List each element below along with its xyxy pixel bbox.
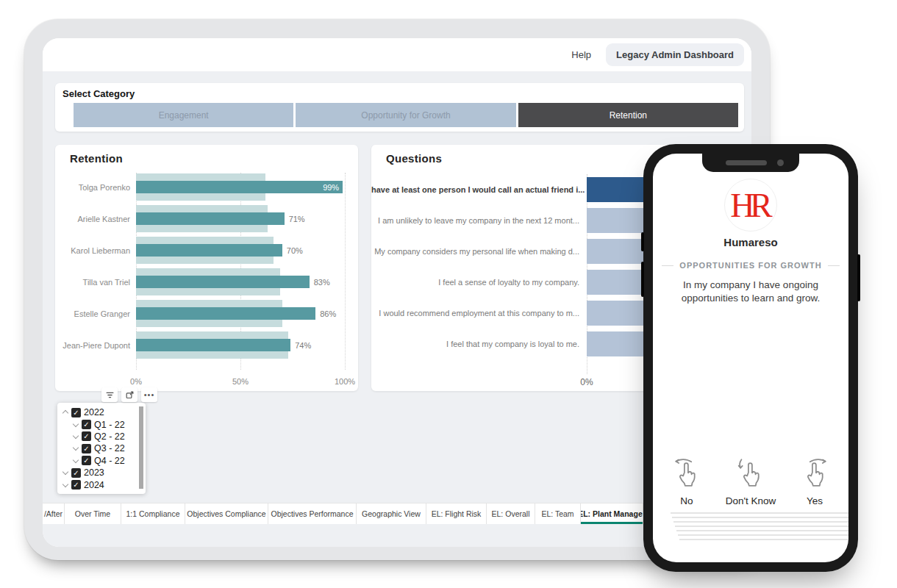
- tab-1-1-compliance[interactable]: 1:1 Compliance: [121, 503, 185, 524]
- survey-section-header: OPPORTUNITIES FOR GROWTH: [662, 261, 840, 270]
- phone-power-button: [857, 254, 860, 301]
- bar-primary[interactable]: [136, 276, 310, 288]
- tab-geographic-view[interactable]: Geographic View: [357, 503, 426, 524]
- tree-item-q3-22[interactable]: ✓Q3 - 22: [71, 442, 137, 454]
- tree-item-q1-22[interactable]: ✓Q1 - 22: [71, 418, 137, 430]
- category-label: Arielle Kastner: [55, 215, 136, 223]
- category-label: Jean-Piere Dupont: [55, 341, 136, 350]
- card-stack-line: [678, 534, 848, 536]
- tab-el-flight-risk[interactable]: EL: Flight Risk: [426, 503, 487, 524]
- filter-icon[interactable]: [101, 387, 118, 402]
- bar-secondary[interactable]: [136, 331, 288, 339]
- swipe-left-hand-icon: [670, 456, 704, 492]
- focus-mode-icon[interactable]: [121, 387, 137, 402]
- card-stack-line: [675, 526, 848, 527]
- bar-secondary[interactable]: [136, 257, 274, 264]
- chevron-down-icon[interactable]: [72, 445, 79, 452]
- tree-item-label: Q4 - 22: [94, 456, 125, 466]
- bar-secondary[interactable]: [136, 288, 280, 295]
- swipe-right-hand-icon: [798, 456, 832, 492]
- gesture-don-t-know[interactable]: Don't Know: [726, 456, 776, 506]
- bar-secondary[interactable]: [136, 205, 268, 212]
- axis-tick: 0%: [580, 377, 593, 387]
- bar-secondary[interactable]: [136, 225, 268, 232]
- retention-row[interactable]: Tilla van Triel83%: [55, 266, 345, 298]
- ellipsis-glyph: •••: [144, 391, 155, 398]
- axis-tick: 50%: [232, 377, 249, 386]
- category-label: Tolga Porenko: [55, 183, 136, 192]
- gesture-yes[interactable]: Yes: [798, 456, 832, 506]
- phone-screen: HR Humareso OPPORTUNITIES FOR GROWTH In …: [653, 154, 848, 562]
- bar-primary[interactable]: [136, 212, 285, 225]
- category-label: Tilla van Triel: [55, 278, 136, 287]
- category-option-engagement[interactable]: Engagement: [74, 103, 293, 127]
- bar-secondary[interactable]: [136, 300, 282, 307]
- chevron-down-icon[interactable]: [72, 421, 79, 429]
- retention-row[interactable]: Arielle Kastner71%: [55, 203, 345, 234]
- tree-item-label: Q2 - 22: [94, 431, 125, 442]
- x-axis: 0%50%100%: [55, 377, 345, 387]
- tree-item-label: 2022: [84, 407, 104, 417]
- legacy-admin-dashboard-button[interactable]: Legacy Admin Dashboard: [606, 43, 744, 66]
- checkbox[interactable]: ✓: [82, 420, 91, 429]
- gesture-no[interactable]: No: [670, 456, 704, 506]
- bar-secondary[interactable]: [136, 351, 288, 359]
- question-label: have at least one person I would call an…: [371, 185, 587, 194]
- bar-primary[interactable]: [136, 244, 282, 257]
- bar-secondary[interactable]: [136, 320, 282, 327]
- tree-item-label: Q1 - 22: [94, 420, 125, 430]
- card-stack-line: [671, 512, 848, 514]
- question-label: I feel a sense of loyalty to my company.: [371, 278, 587, 287]
- category-option-retention[interactable]: Retention: [518, 103, 738, 127]
- tree-item-2022[interactable]: ✓2022: [60, 406, 137, 418]
- value-label: 74%: [295, 341, 311, 350]
- tab-el-overall[interactable]: EL: Overall: [487, 503, 535, 524]
- chevron-up-icon[interactable]: [62, 409, 69, 416]
- scrollbar[interactable]: [139, 406, 143, 489]
- bar-secondary[interactable]: [136, 237, 274, 244]
- tab-objectives-compliance[interactable]: Objectives Compliance: [185, 503, 268, 524]
- divider-line: [662, 265, 673, 266]
- retention-row[interactable]: Tolga Porenko99%: [55, 171, 345, 203]
- tab-objectives-performance[interactable]: Objectives Performance: [268, 503, 357, 524]
- bar-primary[interactable]: 99%: [136, 181, 343, 193]
- chevron-down-icon[interactable]: [72, 457, 79, 465]
- retention-row[interactable]: Karol Lieberman70%: [55, 234, 345, 266]
- checkbox[interactable]: ✓: [82, 456, 91, 465]
- retention-row[interactable]: Estelle Granger86%: [55, 298, 345, 329]
- bar-group: 74%: [136, 329, 345, 361]
- survey-section-title: OPPORTUNITIES FOR GROWTH: [679, 261, 821, 270]
- tab-over-time[interactable]: Over Time: [65, 503, 121, 524]
- more-options-icon[interactable]: •••: [141, 387, 157, 402]
- tree-item-2023[interactable]: ✓2023: [60, 467, 137, 478]
- help-link[interactable]: Help: [571, 49, 591, 60]
- chevron-down-icon[interactable]: [62, 481, 69, 489]
- tab-el-team[interactable]: EL: Team: [535, 503, 581, 524]
- checkbox[interactable]: ✓: [71, 408, 81, 417]
- checkbox[interactable]: ✓: [82, 431, 91, 441]
- tree-item-label: 2024: [84, 480, 104, 490]
- bar-secondary[interactable]: [136, 173, 265, 181]
- checkbox[interactable]: ✓: [82, 444, 91, 453]
- category-label: Karol Lieberman: [55, 246, 136, 255]
- bar-primary[interactable]: [136, 307, 315, 320]
- phone-device: HR Humareso OPPORTUNITIES FOR GROWTH In …: [643, 144, 858, 572]
- chevron-down-icon[interactable]: [72, 433, 79, 440]
- bar-secondary[interactable]: [136, 193, 265, 201]
- retention-row[interactable]: Jean-Piere Dupont74%: [55, 329, 345, 361]
- checkbox[interactable]: ✓: [71, 480, 81, 490]
- tab-after[interactable]: /After: [43, 503, 65, 524]
- tab-el-plant-manager[interactable]: EL: Plant Manager: [581, 503, 643, 524]
- retention-chart-card: Retention Tolga Porenko99%Arielle Kastne…: [55, 145, 358, 391]
- bar-primary[interactable]: [136, 339, 290, 351]
- tree-item-2024[interactable]: ✓2024: [60, 478, 137, 490]
- value-label: 99%: [323, 183, 339, 192]
- chevron-down-icon[interactable]: [62, 469, 69, 476]
- bar-secondary[interactable]: [136, 268, 280, 276]
- tree-item-q4-22[interactable]: ✓Q4 - 22: [71, 455, 137, 467]
- tree-item-q2-22[interactable]: ✓Q2 - 22: [71, 431, 137, 442]
- tree-item-label: Q3 - 22: [94, 443, 125, 453]
- phone-camera: [777, 159, 784, 166]
- checkbox[interactable]: ✓: [71, 468, 81, 478]
- category-option-opportunity-for-growth[interactable]: Opportunity for Growth: [296, 103, 515, 127]
